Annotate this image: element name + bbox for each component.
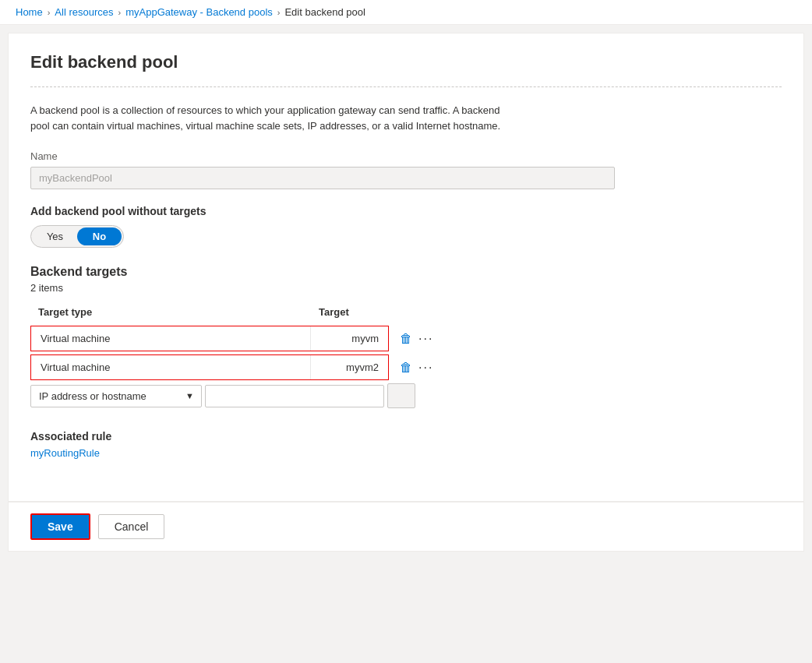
save-button[interactable]: Save: [30, 513, 90, 540]
delete-icon-2[interactable]: 🗑: [400, 361, 412, 375]
row-2-type[interactable]: Virtual machine: [31, 355, 310, 379]
col-header-type: Target type: [30, 303, 311, 321]
row-2-actions: 🗑 ···: [395, 361, 638, 375]
row-2-target[interactable]: myvm2: [310, 355, 388, 379]
items-count: 2 items: [30, 282, 782, 294]
toggle-yes[interactable]: Yes: [33, 227, 77, 245]
col-header-target: Target: [311, 303, 357, 321]
divider: [30, 86, 782, 87]
associated-rule: Associated rule myRoutingRule: [30, 430, 782, 459]
page-wrapper: Home › All resources › myAppGateway - Ba…: [0, 0, 812, 663]
row-1-actions: 🗑 ···: [395, 332, 638, 346]
table-row: Virtual machine myvm 🗑 ···: [30, 326, 638, 351]
more-options-2[interactable]: ···: [418, 361, 433, 375]
row-1-type[interactable]: Virtual machine: [31, 326, 310, 351]
main-content: Edit backend pool A backend pool is a co…: [8, 33, 804, 502]
row-2-box: Virtual machine myvm2: [30, 354, 389, 380]
more-options-1[interactable]: ···: [418, 332, 433, 346]
new-row-wrapper: IP address or hostname ▼: [30, 383, 638, 408]
toggle-section: Add backend pool without targets Yes No: [30, 205, 782, 248]
breadcrumb-sep-3: ›: [277, 8, 281, 17]
breadcrumb: Home › All resources › myAppGateway - Ba…: [0, 0, 812, 25]
row-1-target[interactable]: myvm: [310, 326, 388, 351]
type-select[interactable]: IP address or hostname: [30, 385, 202, 407]
table-row: Virtual machine myvm2 🗑 ···: [30, 354, 638, 380]
row-1-box: Virtual machine myvm: [30, 326, 389, 351]
toggle-no[interactable]: No: [77, 227, 122, 245]
associated-rule-title: Associated rule: [30, 430, 782, 443]
routing-rule-link[interactable]: myRoutingRule: [30, 447, 100, 459]
footer: Save Cancel: [8, 502, 804, 552]
toggle-label: Add backend pool without targets: [30, 205, 782, 217]
type-select-wrapper: IP address or hostname ▼: [30, 385, 202, 407]
cancel-button[interactable]: Cancel: [98, 514, 165, 539]
breadcrumb-sep-2: ›: [118, 8, 122, 17]
toggle-group[interactable]: Yes No: [30, 225, 124, 248]
page-description: A backend pool is a collection of resour…: [30, 103, 514, 133]
column-headers: Target type Target: [30, 303, 638, 321]
add-row-button[interactable]: [387, 383, 415, 408]
name-input[interactable]: [30, 167, 615, 189]
target-input[interactable]: [205, 385, 384, 407]
breadcrumb-gateway[interactable]: myAppGateway - Backend pools: [125, 6, 273, 18]
delete-icon-1[interactable]: 🗑: [400, 332, 412, 346]
breadcrumb-all-resources[interactable]: All resources: [55, 6, 113, 18]
breadcrumb-sep-1: ›: [48, 8, 51, 17]
name-label: Name: [30, 150, 782, 162]
breadcrumb-home[interactable]: Home: [16, 6, 43, 18]
breadcrumb-current: Edit backend pool: [284, 6, 365, 18]
page-title: Edit backend pool: [30, 52, 782, 72]
section-title: Backend targets: [30, 265, 782, 279]
